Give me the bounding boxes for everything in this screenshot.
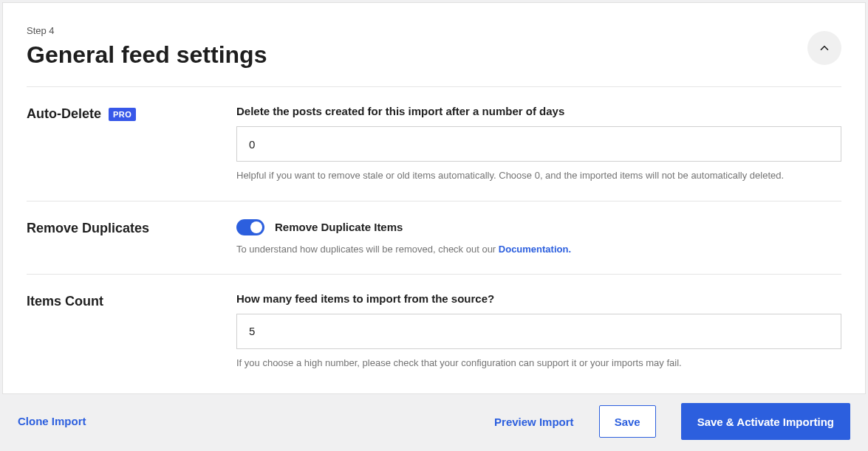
settings-panel: Step 4 General feed settings Auto-Delete… [2,2,866,394]
toggle-knob [250,221,262,233]
chevron-up-icon [818,41,831,55]
remove-duplicates-toggle[interactable] [236,219,264,235]
header-text-block: Step 4 General feed settings [27,25,267,86]
collapse-button[interactable] [807,31,841,65]
setting-control-col: How many feed items to import from the s… [236,292,841,370]
footer-bar: Clone Import Preview Import Save Save & … [0,394,868,449]
toggle-row: Remove Duplicate Items [236,219,841,235]
preview-import-link[interactable]: Preview Import [494,416,574,428]
save-button[interactable]: Save [599,405,656,438]
panel-header: Step 4 General feed settings [27,25,841,86]
setting-row-remove-duplicates: Remove Duplicates Remove Duplicate Items… [27,202,841,275]
auto-delete-help: Helpful if you want to remove stale or o… [236,169,841,182]
remove-duplicates-label: Remove Duplicates [27,221,149,236]
help-prefix: To understand how duplicates will be rem… [236,244,499,255]
items-count-label: Items Count [27,294,103,309]
auto-delete-label: Auto-Delete [27,106,101,122]
page-title: General feed settings [27,41,267,69]
save-activate-button[interactable]: Save & Activate Importing [681,403,850,440]
auto-delete-field-title: Delete the posts created for this import… [236,105,841,117]
footer-left: Clone Import [18,415,86,428]
remove-duplicates-toggle-label: Remove Duplicate Items [275,221,403,233]
setting-label-col: Auto-Delete PRO [27,105,236,122]
clone-import-link[interactable]: Clone Import [18,415,86,427]
setting-control-col: Remove Duplicate Items To understand how… [236,219,841,256]
documentation-link[interactable]: Documentation. [499,244,571,255]
panel-inner: Step 4 General feed settings Auto-Delete… [3,3,865,393]
items-count-input[interactable] [236,314,841,349]
auto-delete-input[interactable] [236,126,841,162]
setting-control-col: Delete the posts created for this import… [236,105,841,182]
setting-row-auto-delete: Auto-Delete PRO Delete the posts created… [27,87,841,201]
items-count-help: If you choose a high number, please chec… [236,357,841,370]
setting-label-col: Remove Duplicates [27,219,236,236]
step-label: Step 4 [27,25,267,36]
items-count-field-title: How many feed items to import from the s… [236,292,841,305]
footer-right: Preview Import Save Save & Activate Impo… [494,403,850,440]
remove-duplicates-help: To understand how duplicates will be rem… [236,243,841,256]
pro-badge: PRO [109,108,136,121]
setting-row-items-count: Items Count How many feed items to impor… [27,275,841,376]
setting-label-col: Items Count [27,292,236,309]
